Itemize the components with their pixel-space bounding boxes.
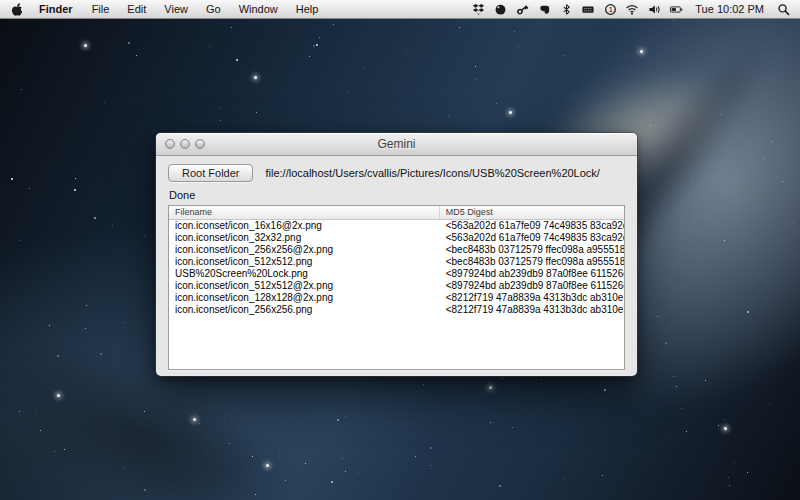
results-table: Filename MD5 Digest icon.iconset/icon_16… — [168, 205, 625, 370]
app-menus: FinderFileEditViewGoWindowHelp — [29, 0, 327, 19]
bright-star — [254, 76, 257, 79]
table-header: Filename MD5 Digest — [169, 206, 624, 220]
table-row[interactable]: icon.iconset/icon_512x512@2x.png <897924… — [169, 280, 624, 292]
cell-md5: <563a202d 61a7fe09 74c49835 83ca92e1> — [440, 232, 624, 244]
table-row[interactable]: icon.iconset/icon_256x256@2x.png <bec848… — [169, 244, 624, 256]
window-content: Root Folder file://localhost/Users/cvall… — [156, 156, 637, 370]
round-app-icon[interactable] — [491, 0, 509, 19]
menu-item[interactable]: Finder — [29, 0, 83, 19]
bright-star — [84, 44, 87, 47]
cell-filename: USB%20Screen%20Lock.png — [169, 268, 440, 280]
bright-star — [193, 418, 196, 421]
cell-filename: icon.iconset/icon_128x128@2x.png — [169, 292, 440, 304]
table-row[interactable]: icon.iconset/icon_128x128@2x.png <8212f7… — [169, 292, 624, 304]
spotlight-icon[interactable] — [774, 0, 792, 19]
menu-clock[interactable]: Tue 10:02 PM — [689, 3, 770, 15]
apple-logo-icon[interactable] — [10, 2, 23, 17]
cell-filename: icon.iconset/icon_256x256@2x.png — [169, 244, 440, 256]
cell-filename: icon.iconset/icon_512x512.png — [169, 256, 440, 268]
column-header-filename[interactable]: Filename — [169, 206, 440, 219]
cell-md5: <563a202d 61a7fe09 74c49835 83ca92e1> — [440, 220, 624, 232]
cell-md5: <8212f719 47a8839a 4313b3dc ab310e39> — [440, 292, 624, 304]
keyboard-icon[interactable] — [579, 0, 597, 19]
menu-item[interactable]: Edit — [118, 0, 155, 19]
table-body: icon.iconset/icon_16x16@2x.png <563a202d… — [169, 220, 624, 316]
volume-icon[interactable] — [645, 0, 663, 19]
window-titlebar[interactable]: Gemini — [156, 133, 637, 156]
cell-filename: icon.iconset/icon_16x16@2x.png — [169, 220, 440, 232]
cell-md5: <897924bd ab239db9 87a0f8ee 611526c5> — [440, 280, 624, 292]
gemini-window: Gemini Root Folder file://localhost/User… — [156, 133, 637, 376]
minimize-button[interactable] — [180, 139, 190, 149]
svg-text:1: 1 — [608, 5, 612, 14]
status-label: Done — [169, 189, 625, 202]
cell-filename: icon.iconset/icon_32x32.png — [169, 232, 440, 244]
one-badge-icon[interactable]: 1 — [601, 0, 619, 19]
bluetooth-icon[interactable] — [557, 0, 575, 19]
menu-item[interactable]: Window — [230, 0, 287, 19]
cell-filename: icon.iconset/icon_512x512@2x.png — [169, 280, 440, 292]
battery-icon[interactable] — [667, 0, 685, 19]
close-button[interactable] — [165, 139, 175, 149]
table-row[interactable]: icon.iconset/icon_256x256.png <8212f719 … — [169, 304, 624, 316]
menu-bar: FinderFileEditViewGoWindowHelp — [0, 0, 800, 19]
menu-item[interactable]: File — [83, 0, 119, 19]
window-title: Gemini — [377, 137, 415, 151]
menu-item[interactable]: Help — [287, 0, 328, 19]
bright-star — [57, 394, 60, 397]
bright-star — [724, 427, 727, 430]
menu-item[interactable]: View — [155, 0, 197, 19]
bright-star — [640, 50, 643, 53]
evernote-icon[interactable] — [535, 0, 553, 19]
bright-star — [266, 464, 269, 467]
table-row[interactable]: USB%20Screen%20Lock.png <897924bd ab239d… — [169, 268, 624, 280]
menu-item[interactable]: Go — [197, 0, 230, 19]
table-row[interactable]: icon.iconset/icon_16x16@2x.png <563a202d… — [169, 220, 624, 232]
table-row[interactable]: icon.iconset/icon_512x512.png <bec8483b … — [169, 256, 624, 268]
cell-filename: icon.iconset/icon_256x256.png — [169, 304, 440, 316]
toolbar-row: Root Folder file://localhost/Users/cvall… — [168, 164, 625, 182]
wifi-icon[interactable] — [623, 0, 641, 19]
table-row[interactable]: icon.iconset/icon_32x32.png <563a202d 61… — [169, 232, 624, 244]
window-controls — [165, 133, 205, 155]
bright-star — [489, 386, 492, 389]
root-folder-path: file://localhost/Users/cvallis/Pictures/… — [265, 167, 599, 179]
dropbox-icon[interactable] — [469, 0, 487, 19]
bright-star — [509, 111, 512, 114]
root-folder-button[interactable]: Root Folder — [168, 164, 253, 182]
menu-bar-status-area: 1 Tue 10:02 PM — [469, 0, 792, 19]
zoom-button[interactable] — [195, 139, 205, 149]
cell-md5: <bec8483b 03712579 ffec098a a9555180> — [440, 244, 624, 256]
cell-md5: <897924bd ab239db9 87a0f8ee 611526c5> — [440, 268, 624, 280]
cell-md5: <8212f719 47a8839a 4313b3dc ab310e39> — [440, 304, 624, 316]
column-header-md5[interactable]: MD5 Digest — [440, 206, 624, 219]
cell-md5: <bec8483b 03712579 ffec098a a9555180> — [440, 256, 624, 268]
key-icon[interactable] — [513, 0, 531, 19]
